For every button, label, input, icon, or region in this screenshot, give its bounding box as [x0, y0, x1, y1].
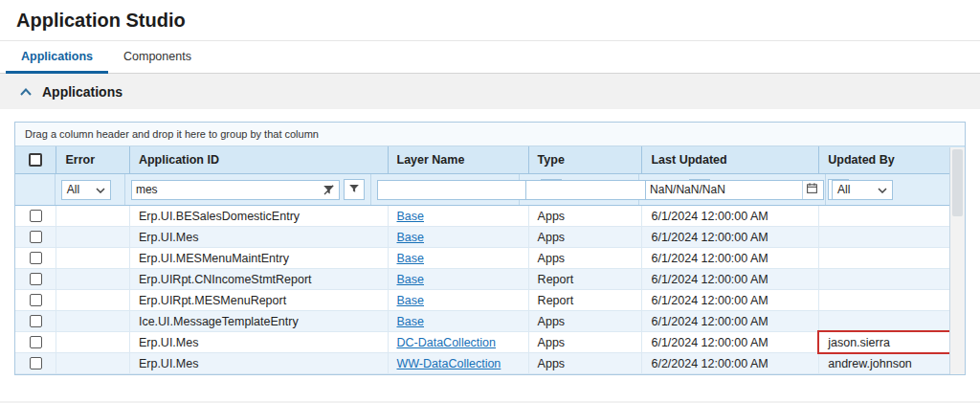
last-updated-cell: 6/1/2024 12:00:00 AM	[642, 269, 819, 289]
row-checkbox-cell	[15, 311, 56, 331]
row-checkbox[interactable]	[30, 252, 42, 264]
updated-by-cell	[819, 311, 965, 331]
layer-name-link[interactable]: WW-DataCollection	[397, 357, 501, 370]
last-updated-cell: 6/1/2024 12:00:00 AM	[642, 290, 819, 310]
layer-name-cell: Base	[389, 290, 529, 310]
content-area: Applications Drag a column header and dr…	[0, 74, 980, 403]
table-row: Erp.UI.MESMenuMaintEntry Base Apps 6/1/2…	[15, 248, 965, 269]
row-checkbox-cell	[15, 353, 56, 373]
panel-title: Applications	[42, 84, 122, 100]
column-header-updated-by[interactable]: Updated By	[819, 146, 965, 173]
date-picker-button[interactable]	[802, 181, 821, 199]
row-checkbox-cell	[15, 248, 56, 268]
row-checkbox[interactable]	[30, 273, 42, 285]
error-filter-dropdown[interactable]: All	[61, 180, 111, 200]
applications-grid: Drag a column header and drop it here to…	[14, 122, 966, 375]
layer-name-link[interactable]: DC-DataCollection	[397, 336, 497, 349]
tab-bar: Applications Components	[0, 41, 980, 74]
filter-cell-application-id	[125, 174, 371, 205]
applications-panel-header[interactable]: Applications	[0, 74, 980, 109]
type-cell: Apps	[529, 311, 643, 331]
chevron-down-icon	[96, 183, 105, 196]
layer-name-cell: DC-DataCollection	[389, 332, 529, 352]
type-cell: Report	[529, 269, 643, 289]
updated-by-cell	[819, 248, 965, 268]
group-by-bar[interactable]: Drag a column header and drop it here to…	[15, 123, 965, 146]
vertical-scrollbar[interactable]	[949, 147, 965, 374]
table-row: Erp.UIRpt.MESMenuReport Base Report 6/1/…	[15, 290, 965, 311]
last-updated-cell: 6/1/2024 12:00:00 AM	[642, 248, 819, 268]
row-checkbox-cell	[15, 227, 56, 247]
type-cell: Report	[529, 290, 643, 310]
select-all-checkbox[interactable]	[29, 153, 42, 167]
chevron-up-icon[interactable]	[20, 88, 32, 96]
row-checkbox-cell	[15, 332, 56, 352]
column-header-error[interactable]: Error	[56, 146, 129, 173]
table-row: Erp.UI.BESalesDomesticEntry Base Apps 6/…	[15, 206, 965, 227]
table-row: Erp.UI.Mes DC-DataCollection Apps 6/1/20…	[15, 332, 965, 353]
row-checkbox-cell	[15, 269, 56, 289]
last-updated-filter-input[interactable]	[646, 182, 802, 198]
updated-by-cell	[819, 227, 965, 247]
updated-by-filter-value: All	[837, 183, 850, 196]
filter-cell-last-updated	[639, 174, 826, 205]
scrollbar-thumb[interactable]	[952, 149, 963, 216]
column-header-layer-name[interactable]: Layer Name	[389, 146, 529, 173]
layer-name-cell: Base	[389, 311, 529, 331]
error-cell	[56, 206, 129, 226]
application-id-cell: Erp.UI.BESalesDomesticEntry	[130, 206, 389, 226]
filter-cell-checkbox	[15, 174, 56, 205]
error-cell	[56, 269, 129, 289]
clear-filter-icon[interactable]	[320, 184, 337, 196]
last-updated-filter-box	[645, 180, 824, 200]
tab-applications[interactable]: Applications	[6, 41, 108, 74]
column-header-application-id[interactable]: Application ID	[130, 146, 389, 173]
type-cell: Apps	[529, 332, 643, 352]
layer-name-cell: Base	[389, 248, 529, 268]
chevron-down-icon	[878, 183, 887, 196]
application-id-filter-input[interactable]	[132, 182, 320, 198]
tab-components[interactable]: Components	[108, 41, 207, 74]
updated-by-value: jason.sierra	[828, 336, 890, 349]
layer-name-link[interactable]: Base	[397, 273, 425, 286]
error-cell	[56, 353, 129, 373]
layer-name-cell: Base	[389, 206, 529, 226]
filter-cell-updated-by: All	[826, 174, 965, 205]
application-id-cell: Ice.UI.MessageTemplateEntry	[130, 311, 389, 331]
layer-name-link[interactable]: Base	[397, 315, 425, 328]
updated-by-cell	[819, 290, 965, 310]
error-filter-value: All	[67, 183, 79, 196]
last-updated-cell: 6/1/2024 12:00:00 AM	[642, 311, 819, 331]
layer-name-link[interactable]: Base	[397, 210, 425, 223]
error-cell	[56, 227, 129, 247]
filter-cell-layer-name	[371, 174, 520, 205]
page-title: Application Studio	[16, 10, 186, 32]
error-cell	[56, 311, 129, 331]
updated-by-cell: jason.sierra	[819, 332, 965, 352]
layer-name-link[interactable]: Base	[397, 231, 425, 244]
layer-name-cell: WW-DataCollection	[389, 353, 529, 373]
layer-name-link[interactable]: Base	[397, 252, 425, 265]
calendar-icon	[806, 182, 818, 197]
updated-by-cell: andrew.johnson	[819, 353, 965, 373]
type-cell: Apps	[529, 227, 643, 247]
layer-name-link[interactable]: Base	[397, 294, 425, 307]
row-checkbox[interactable]	[30, 294, 42, 306]
row-checkbox-cell	[15, 290, 56, 310]
row-checkbox[interactable]	[30, 336, 42, 348]
row-checkbox[interactable]	[30, 231, 42, 243]
table-row: Erp.UI.Mes Base Apps 6/1/2024 12:00:00 A…	[15, 227, 965, 248]
application-id-cell: Erp.UI.Mes	[130, 332, 389, 352]
application-id-filter-button[interactable]	[344, 179, 365, 200]
updated-by-filter-dropdown[interactable]: All	[832, 180, 893, 200]
row-checkbox[interactable]	[30, 357, 42, 369]
row-checkbox[interactable]	[30, 210, 42, 222]
layer-name-filter-input[interactable]	[378, 182, 534, 198]
column-header-last-updated[interactable]: Last Updated	[642, 146, 819, 173]
updated-by-cell	[819, 206, 965, 226]
last-updated-cell: 6/1/2024 12:00:00 AM	[642, 206, 819, 226]
column-header-type[interactable]: Type	[529, 146, 643, 173]
row-checkbox[interactable]	[30, 315, 42, 327]
application-id-cell: Erp.UI.Mes	[130, 353, 389, 373]
application-id-cell: Erp.UI.MESMenuMaintEntry	[130, 248, 389, 268]
